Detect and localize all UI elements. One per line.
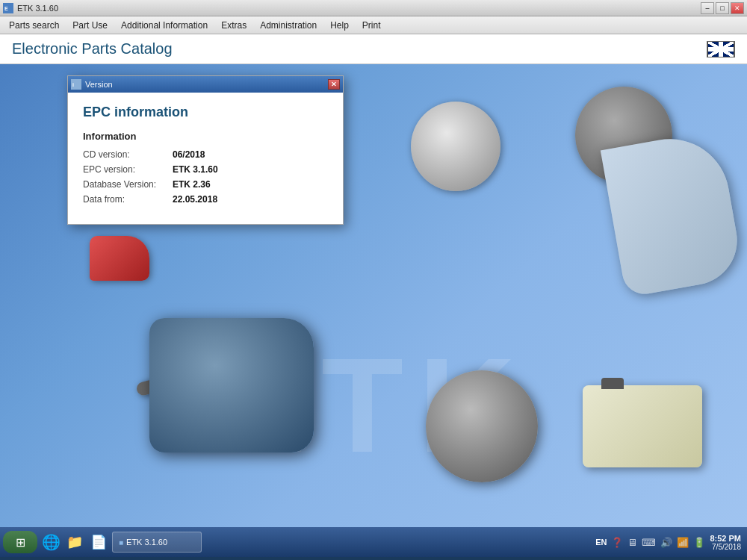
info-value-cd: 06/2018 <box>173 149 205 160</box>
menu-extras[interactable]: Extras <box>215 19 252 32</box>
language-indicator: EN <box>595 538 607 547</box>
menu-part-use[interactable]: Part Use <box>66 19 114 32</box>
taskbar: 🌐 📁 📄 ■ ETK 3.1.60 EN ❓ 🖥 ⌨ 🔊 📶 🔋 8:52 P… <box>0 527 747 557</box>
app-title: Electronic Parts Catalog <box>12 40 173 57</box>
network-icon: 🖥 <box>627 537 637 548</box>
close-button[interactable]: ✕ <box>731 2 744 14</box>
title-bar-left: E ETK 3.1.60 <box>3 3 58 13</box>
info-value-db: ETK 2.36 <box>173 179 211 190</box>
info-label-db: Database Version: <box>83 179 173 190</box>
keyboard-icon: ⌨ <box>642 537 656 548</box>
taskbar-app-button[interactable]: ■ ETK 3.1.60 <box>112 532 202 553</box>
dialog-content: EPC information Information CD version: … <box>68 93 343 224</box>
info-section-title: Information <box>83 131 328 142</box>
taskbar-ie-icon[interactable]: 🌐 <box>40 532 61 553</box>
dialog-titlebar-left: i Version <box>71 79 113 90</box>
dialog-title-text: Version <box>85 80 113 89</box>
window-title: ETK 3.1.60 <box>17 4 58 13</box>
fender-part <box>601 130 744 298</box>
wheel-part <box>411 102 500 191</box>
info-label-data: Data from: <box>83 194 173 205</box>
battery-part <box>583 385 702 467</box>
minimize-button[interactable]: – <box>701 2 714 14</box>
language-flag-icon <box>707 41 735 57</box>
menu-administration[interactable]: Administration <box>254 19 323 32</box>
info-row-db: Database Version: ETK 2.36 <box>83 179 328 190</box>
taskbar-app-label: ETK 3.1.60 <box>126 538 167 547</box>
info-row-data: Data from: 22.05.2018 <box>83 194 328 205</box>
transmission-part <box>149 318 314 452</box>
menu-help[interactable]: Help <box>324 19 355 32</box>
volume-icon: 🔊 <box>660 537 672 548</box>
info-row-epc: EPC version: ETK 3.1.60 <box>83 164 328 175</box>
info-label-epc: EPC version: <box>83 164 173 175</box>
app-header: Electronic Parts Catalog <box>0 34 747 64</box>
body-panel-part <box>90 236 149 281</box>
brake-disc-bottom-part <box>426 370 538 482</box>
dialog-heading: EPC information <box>83 105 328 120</box>
main-area: ETK i Version ✕ EPC information Informat… <box>0 64 747 527</box>
maximize-button[interactable]: □ <box>716 2 729 14</box>
menu-additional-information[interactable]: Additional Information <box>115 19 214 32</box>
taskbar-folder-icon[interactable]: 📁 <box>64 532 85 553</box>
start-button[interactable] <box>3 531 37 553</box>
system-clock: 8:52 PM 7/5/2018 <box>710 534 741 551</box>
info-value-epc: ETK 3.1.60 <box>173 164 218 175</box>
info-row-cd: CD version: 06/2018 <box>83 149 328 160</box>
help-icon: ❓ <box>611 537 623 548</box>
svg-text:i: i <box>72 82 74 87</box>
menu-print[interactable]: Print <box>356 19 387 32</box>
svg-text:E: E <box>4 6 8 11</box>
dialog-close-button[interactable]: ✕ <box>328 79 340 90</box>
menu-bar: Parts search Part Use Additional Informa… <box>0 16 747 34</box>
clock-date: 7/5/2018 <box>710 543 741 551</box>
signal-icon: 📶 <box>677 537 689 548</box>
title-buttons: – □ ✕ <box>701 2 744 14</box>
app-icon: E <box>3 3 13 13</box>
dialog-icon: i <box>71 79 81 90</box>
version-dialog: i Version ✕ EPC information Information … <box>67 75 344 225</box>
title-bar: E ETK 3.1.60 – □ ✕ <box>0 0 747 16</box>
taskbar-acrobat-icon[interactable]: 📄 <box>88 532 109 553</box>
menu-parts-search[interactable]: Parts search <box>3 19 65 32</box>
dialog-titlebar: i Version ✕ <box>68 76 343 93</box>
info-label-cd: CD version: <box>83 149 173 160</box>
battery-icon: 🔋 <box>693 537 705 548</box>
info-value-data: 22.05.2018 <box>173 194 217 205</box>
taskbar-right: EN ❓ 🖥 ⌨ 🔊 📶 🔋 8:52 PM 7/5/2018 <box>595 534 744 551</box>
clock-time: 8:52 PM <box>710 534 741 543</box>
